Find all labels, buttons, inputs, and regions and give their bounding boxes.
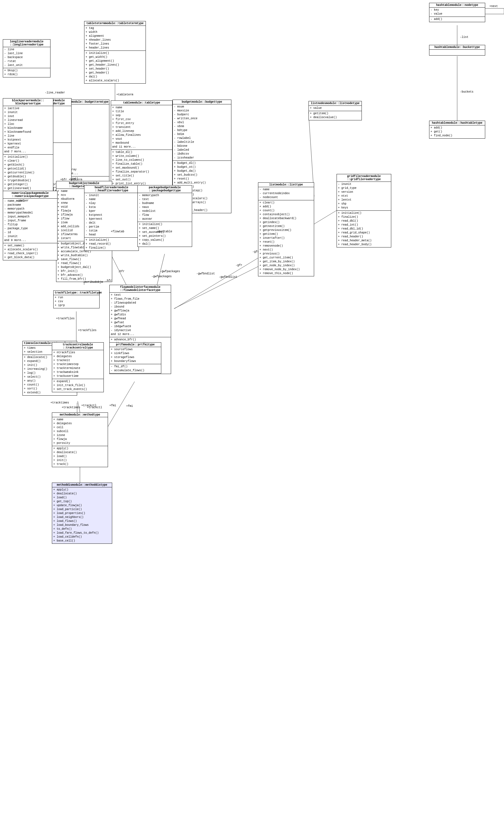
box-methods: + set_name() + allocate_scalars() + read…: [3, 243, 57, 260]
box-header: methodmodule::methodtype: [52, 413, 108, 417]
box-header: listnodesmodule::listnodetype: [309, 101, 361, 106]
label-hfr: .hfr: [105, 279, 112, 282]
label-flowtab: +flowtab: [111, 230, 124, 233]
label-gfr: -gfr: [236, 264, 242, 267]
box-attrs: + name + delegates + cell + subcell + iz…: [52, 417, 108, 446]
label-trackctl: +trackctl: [81, 404, 97, 407]
svg-text:+tracktimes: +tracktimes: [62, 406, 80, 409]
box-attrs: + value: [309, 106, 361, 111]
box-methods: - fmi_df() - accumulate_flows(): [110, 364, 161, 373]
svg-text:.hfr: .hfr: [118, 270, 125, 273]
box-attrs: + run + csv + iprp: [54, 295, 99, 308]
box-listnodesmodule: listnodesmodule::listnodetype + value + …: [309, 101, 362, 120]
box-blockparsermodule: blockparsermodule::blockparsertype + iac…: [3, 98, 53, 199]
box-header: hashtablemodule::hashtabletype: [429, 121, 485, 125]
box-methods: + initialize() + get_width() + get_align…: [84, 51, 146, 83]
label-tracktimes: +tracktimes: [50, 401, 69, 404]
box-packagebudgetmodule: packagebudgetmodule::packagebudgettype -…: [138, 185, 192, 247]
box-header: tablemodule::tabletype: [111, 101, 172, 105]
svg-line-25: [157, 254, 165, 285]
svg-text:-gwfbndlist: -gwfbndlist: [219, 276, 237, 279]
label-line-reader: -line_reader: [45, 91, 65, 94]
box-methods: + clear() + add() + count() + containsob…: [258, 200, 314, 276]
box-header: blockparsermodule::blockparsertype: [3, 99, 53, 106]
box-methods: + apply() + deallocate() + load() + init…: [52, 446, 108, 467]
box-trackfiletype: trackfiletype::trackfiletype + run + csv…: [53, 290, 100, 308]
box-methodmodule: methodmodule::methodtype + name + delega…: [52, 412, 108, 467]
box-attrs: - name_model - packname - memorypath - m…: [3, 199, 57, 243]
box-methods: + bksp() + rdcm(): [3, 68, 50, 77]
box-attrs: - msum - maxsize - budperc - written_onc…: [173, 104, 231, 161]
box-methods: - add(): [429, 17, 485, 22]
box-header: methoddismodule::methoddistype: [52, 483, 112, 487]
box-attrs: - name - currentnodeindex - nodecount: [258, 187, 314, 200]
box-content: [429, 50, 485, 55]
box-attrs: + text + flows_from_file - iflowsupdated…: [110, 293, 171, 337]
svg-text:+tableterm: +tableterm: [117, 93, 133, 96]
label-trackfiles: +trackfiles: [56, 317, 75, 320]
svg-line-36: [78, 401, 80, 412]
box-header: headfilereadermodule::headfilereadertype: [84, 185, 139, 193]
box-hashtablemodule-hashtabletype: hashtablemodule::hashtabletype + add() +…: [429, 121, 485, 139]
box-attrs: - memorypath - text - budname - naux - n…: [138, 193, 192, 222]
box-header: trackfiletype::trackfiletype: [54, 291, 99, 295]
label-parser: -parser: [17, 199, 28, 202]
box-header: gridfilereadermodule::gridfilereadertype: [337, 174, 391, 182]
svg-text:+trackfiles: +trackfiles: [78, 329, 97, 332]
box-header: listmodule::listtype: [258, 183, 314, 187]
box-attrs: + sourceflows + sinkflows + storageflows…: [110, 347, 161, 364]
box-header: tabletetermmodule::tabletetermtype: [84, 21, 146, 26]
diagram-container: +next -list -buckets +tableterm +table +…: [0, 0, 504, 835]
box-attrs: - key - value: [429, 7, 485, 17]
box-prtfmmodule: prtfmmodule::prtfmitype + sourceflows + …: [109, 342, 161, 373]
box-header: longlinereadermodule::longlinereadertype: [3, 40, 50, 47]
svg-text:-gwfpackages: -gwfpackages: [160, 270, 180, 273]
box-attrs: - line - last_line - backspace - rstat -…: [3, 47, 50, 68]
box-hashtablemodule-buckettype: hashtablemodule::buckettype: [429, 45, 485, 56]
box-header: hashtablemodule::buckettype: [429, 45, 485, 50]
box-methods: + initialize() + read_record() + finaliz…: [84, 238, 139, 250]
box-header: hashtablemodule::nodetype: [429, 3, 485, 7]
box-trackcontrolmodule: trackcontrolmodule::trackcontroltype + n…: [52, 342, 104, 392]
svg-text:-list: -list: [460, 36, 468, 39]
label-gwfbndlist: -gwfbndlist: [196, 272, 215, 275]
box-header: trackcontrolmodule::trackcontroltype: [52, 343, 104, 350]
svg-text:+next: +next: [489, 5, 498, 8]
box-headfilereadermodule: headfilereadermodule::headfilereadertype…: [84, 185, 139, 251]
svg-text:-buckets: -buckets: [460, 90, 474, 94]
box-listmodule: listmodule::listtype - name - currentnod…: [258, 182, 314, 277]
label-gwfpackages: -gwfpackages: [151, 275, 172, 278]
box-methods: + initialize() + finalize() + read_dbl()…: [337, 211, 391, 247]
svg-text:+fmi: +fmi: [126, 405, 133, 408]
box-attrs: + ntrackfiles + delegates + trackeit + t…: [52, 350, 104, 379]
box-methoddismodule: methoddismodule::methoddistype + apply()…: [52, 483, 112, 544]
label-bfr-budterm: +bfr +budterm: [60, 178, 82, 181]
label-fmi: +fmi: [109, 404, 116, 407]
box-methods: + add() + get() + find_node(): [429, 125, 485, 138]
box-methods: + apply() + deallocate() + load() + get_…: [52, 487, 112, 544]
box-header: packagebudgetmodule::packagebudgettype: [138, 185, 192, 193]
box-tabletetermmodule: tabletetermmodule::tabletetermtype + tag…: [84, 21, 146, 84]
box-attrs: + iactive + inunit + iout + linesread + …: [3, 106, 53, 155]
box-methods: + expand() + init_track_file() + set_tra…: [52, 379, 104, 392]
box-gridfilereadermodule: gridfilereadermodule::gridfilereadertype…: [337, 174, 391, 247]
box-longlinereadermodule: longlinereadermodule::longlinereadertype…: [3, 39, 50, 78]
box-header: numericalpackagemodule::numericalpackage…: [3, 191, 57, 199]
label-mvribudobjm: -mvribudobjm: [83, 281, 103, 284]
box-hashtablemodule-nodetype: hashtablemodule::nodetype - key - value …: [429, 3, 485, 22]
label-budtable: +budtable: [157, 230, 172, 233]
box-header: prtfmmodule::prtfmitype: [110, 343, 161, 347]
box-numericalpackagemodule: numericalpackagemodule::numericalpackage…: [3, 191, 58, 260]
box-methods: + initialize() + set_name() + set_auxnam…: [138, 222, 192, 247]
box-header: budgetmodule::budgettype: [173, 100, 231, 104]
box-attrs: + name + title + sep + first_csv + first…: [111, 105, 172, 150]
box-attrs: + tag + width + alignment + nheader_line…: [84, 26, 146, 51]
box-header: flowmodelinterfacemodule::flowmodelinter…: [110, 285, 171, 293]
box-attrs: - inunit + grid_type + version + ntxt + …: [337, 182, 391, 211]
box-methods: + getitem() + deallocvalue(): [309, 111, 361, 120]
svg-line-23: [111, 255, 126, 285]
